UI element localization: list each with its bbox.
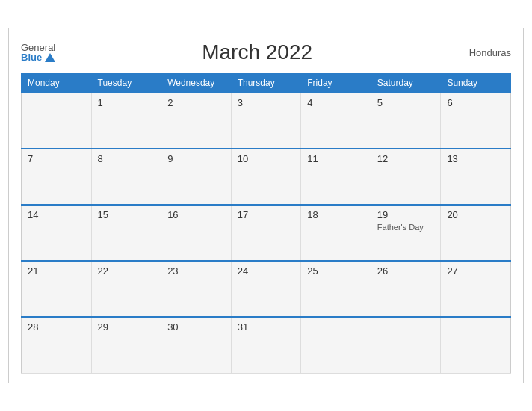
- day-number: 9: [167, 153, 225, 164]
- calendar-day-cell: 19Father's Day: [371, 205, 441, 261]
- day-number: 13: [447, 153, 504, 164]
- calendar-day-cell: 20: [441, 205, 511, 261]
- calendar-day-cell: 18: [301, 205, 371, 261]
- calendar-day-cell: 15: [91, 205, 161, 261]
- calendar-day-cell: 6: [441, 93, 511, 149]
- calendar-header: General Blue March 2022 Honduras: [21, 40, 511, 64]
- day-event: Father's Day: [377, 223, 435, 232]
- day-number: 29: [98, 321, 155, 333]
- weekday-header-tuesday: Tuesday: [91, 74, 161, 93]
- day-number: 2: [167, 97, 225, 108]
- weekday-header-friday: Friday: [301, 74, 371, 93]
- calendar-day-cell: 2: [161, 93, 232, 149]
- calendar-week-row: 78910111213: [22, 149, 511, 205]
- weekday-header-wednesday: Wednesday: [161, 74, 232, 93]
- weekday-header-thursday: Thursday: [231, 74, 301, 93]
- day-number: 8: [98, 153, 155, 164]
- day-number: 27: [447, 265, 504, 276]
- calendar-day-cell: 5: [371, 93, 441, 149]
- day-number: 22: [98, 265, 155, 276]
- day-number: 12: [377, 153, 435, 164]
- calendar-day-cell: 7: [22, 149, 92, 205]
- day-number: 24: [238, 265, 295, 276]
- day-number: 5: [377, 97, 435, 108]
- calendar-country: Honduras: [459, 47, 511, 58]
- calendar-day-cell: 27: [441, 261, 511, 317]
- calendar-day-cell: 9: [161, 149, 232, 205]
- calendar-container: General Blue March 2022 Honduras MondayT…: [8, 28, 524, 383]
- calendar-day-cell: 12: [371, 149, 441, 205]
- calendar-day-cell: 31: [231, 317, 301, 373]
- calendar-day-cell: [301, 317, 371, 373]
- calendar-day-cell: [22, 93, 92, 149]
- calendar-day-cell: [371, 317, 441, 373]
- calendar-day-cell: 3: [231, 93, 301, 149]
- day-number: 21: [28, 265, 85, 276]
- day-number: 4: [307, 97, 365, 108]
- calendar-table: MondayTuesdayWednesdayThursdayFridaySatu…: [21, 73, 511, 374]
- calendar-week-row: 28293031: [22, 317, 511, 373]
- day-number: 3: [238, 97, 295, 108]
- calendar-day-cell: 21: [22, 261, 92, 317]
- day-number: 20: [447, 209, 504, 220]
- day-number: 7: [28, 153, 85, 164]
- day-number: 28: [28, 321, 85, 333]
- calendar-day-cell: 29: [91, 317, 161, 373]
- calendar-day-cell: [441, 317, 511, 373]
- calendar-day-cell: 30: [161, 317, 232, 373]
- day-number: 19: [377, 209, 435, 220]
- calendar-day-cell: 8: [91, 149, 161, 205]
- weekday-header-saturday: Saturday: [371, 74, 441, 93]
- day-number: 14: [28, 209, 85, 220]
- calendar-week-row: 123456: [22, 93, 511, 149]
- weekday-header-monday: Monday: [22, 74, 92, 93]
- calendar-day-cell: 23: [161, 261, 232, 317]
- day-number: 31: [238, 321, 295, 333]
- day-number: 18: [307, 209, 365, 220]
- calendar-week-row: 21222324252627: [22, 261, 511, 317]
- calendar-day-cell: 16: [161, 205, 232, 261]
- calendar-day-cell: 17: [231, 205, 301, 261]
- day-number: 10: [238, 153, 295, 164]
- calendar-day-cell: 10: [231, 149, 301, 205]
- day-number: 23: [167, 265, 225, 276]
- day-number: 26: [377, 265, 435, 276]
- calendar-day-cell: 28: [22, 317, 92, 373]
- logo: General Blue: [21, 43, 55, 62]
- day-number: 15: [98, 209, 155, 220]
- logo-triangle-icon: [45, 53, 55, 62]
- day-number: 1: [98, 97, 155, 108]
- calendar-day-cell: 25: [301, 261, 371, 317]
- calendar-day-cell: 1: [91, 93, 161, 149]
- day-number: 6: [447, 97, 504, 108]
- day-number: 16: [167, 209, 225, 220]
- day-number: 17: [238, 209, 295, 220]
- calendar-title: March 2022: [55, 40, 459, 64]
- weekday-header-sunday: Sunday: [441, 74, 511, 93]
- weekday-header-row: MondayTuesdayWednesdayThursdayFridaySatu…: [22, 74, 511, 93]
- calendar-day-cell: 22: [91, 261, 161, 317]
- calendar-day-cell: 14: [22, 205, 92, 261]
- day-number: 11: [307, 153, 365, 164]
- day-number: 30: [167, 321, 225, 333]
- calendar-day-cell: 11: [301, 149, 371, 205]
- calendar-day-cell: 26: [371, 261, 441, 317]
- calendar-day-cell: 4: [301, 93, 371, 149]
- calendar-body: 12345678910111213141516171819Father's Da…: [22, 93, 511, 373]
- calendar-week-row: 141516171819Father's Day20: [22, 205, 511, 261]
- calendar-day-cell: 13: [441, 149, 511, 205]
- calendar-day-cell: 24: [231, 261, 301, 317]
- day-number: 25: [307, 265, 365, 276]
- logo-blue-text: Blue: [21, 52, 55, 62]
